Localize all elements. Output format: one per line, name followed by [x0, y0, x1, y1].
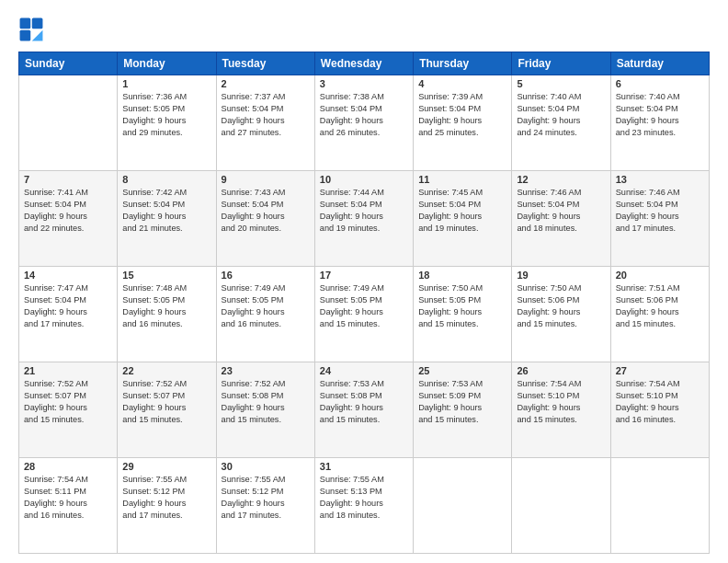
- day-number: 26: [517, 365, 605, 376]
- calendar-cell: 2Sunrise: 7:37 AM Sunset: 5:04 PM Daylig…: [216, 75, 314, 171]
- day-info: Sunrise: 7:53 AM Sunset: 5:08 PM Dayligh…: [320, 378, 408, 426]
- day-info: Sunrise: 7:55 AM Sunset: 5:12 PM Dayligh…: [222, 474, 310, 522]
- calendar-cell: 16Sunrise: 7:49 AM Sunset: 5:05 PM Dayli…: [216, 267, 314, 362]
- calendar-week: 21Sunrise: 7:52 AM Sunset: 5:07 PM Dayli…: [19, 362, 710, 458]
- day-info: Sunrise: 7:46 AM Sunset: 5:04 PM Dayligh…: [517, 187, 605, 235]
- day-number: 12: [517, 174, 605, 185]
- calendar-cell: 6Sunrise: 7:40 AM Sunset: 5:04 PM Daylig…: [610, 75, 709, 171]
- day-info: Sunrise: 7:52 AM Sunset: 5:07 PM Dayligh…: [24, 378, 112, 426]
- day-number: 8: [122, 174, 210, 185]
- calendar-cell: [610, 458, 709, 554]
- day-number: 19: [517, 270, 605, 281]
- day-info: Sunrise: 7:51 AM Sunset: 5:06 PM Dayligh…: [616, 282, 704, 330]
- day-number: 15: [122, 270, 210, 281]
- calendar-cell: 1Sunrise: 7:36 AM Sunset: 5:05 PM Daylig…: [118, 75, 216, 171]
- calendar-cell: 29Sunrise: 7:55 AM Sunset: 5:12 PM Dayli…: [118, 458, 216, 554]
- day-info: Sunrise: 7:50 AM Sunset: 5:06 PM Dayligh…: [517, 282, 605, 330]
- logo: [18, 17, 48, 42]
- calendar-cell: 19Sunrise: 7:50 AM Sunset: 5:06 PM Dayli…: [512, 267, 610, 362]
- day-number: 20: [616, 270, 704, 281]
- calendar-cell: 4Sunrise: 7:39 AM Sunset: 5:04 PM Daylig…: [414, 75, 512, 171]
- day-info: Sunrise: 7:40 AM Sunset: 5:04 PM Dayligh…: [517, 91, 605, 139]
- calendar-cell: 18Sunrise: 7:50 AM Sunset: 5:05 PM Dayli…: [414, 267, 512, 362]
- header: [18, 17, 710, 42]
- day-info: Sunrise: 7:52 AM Sunset: 5:07 PM Dayligh…: [122, 378, 210, 426]
- calendar-cell: 30Sunrise: 7:55 AM Sunset: 5:12 PM Dayli…: [216, 458, 314, 554]
- calendar-cell: [19, 75, 118, 171]
- day-info: Sunrise: 7:54 AM Sunset: 5:10 PM Dayligh…: [517, 378, 605, 426]
- day-number: 11: [418, 174, 506, 185]
- day-info: Sunrise: 7:36 AM Sunset: 5:05 PM Dayligh…: [122, 91, 210, 139]
- weekday-header: Thursday: [414, 52, 512, 75]
- calendar-cell: 26Sunrise: 7:54 AM Sunset: 5:10 PM Dayli…: [512, 362, 610, 458]
- day-number: 9: [222, 174, 310, 185]
- day-info: Sunrise: 7:53 AM Sunset: 5:09 PM Dayligh…: [418, 378, 506, 426]
- calendar-week: 7Sunrise: 7:41 AM Sunset: 5:04 PM Daylig…: [19, 171, 710, 267]
- calendar-cell: 24Sunrise: 7:53 AM Sunset: 5:08 PM Dayli…: [314, 362, 413, 458]
- day-number: 31: [320, 461, 408, 472]
- weekday-header: Saturday: [610, 52, 709, 75]
- calendar-cell: 31Sunrise: 7:55 AM Sunset: 5:13 PM Dayli…: [314, 458, 413, 554]
- day-info: Sunrise: 7:47 AM Sunset: 5:04 PM Dayligh…: [24, 282, 112, 330]
- weekday-header: Tuesday: [216, 52, 314, 75]
- calendar-cell: 10Sunrise: 7:44 AM Sunset: 5:04 PM Dayli…: [314, 171, 413, 267]
- day-info: Sunrise: 7:45 AM Sunset: 5:04 PM Dayligh…: [418, 187, 506, 235]
- day-info: Sunrise: 7:46 AM Sunset: 5:04 PM Dayligh…: [616, 187, 704, 235]
- calendar-cell: 25Sunrise: 7:53 AM Sunset: 5:09 PM Dayli…: [414, 362, 512, 458]
- day-info: Sunrise: 7:42 AM Sunset: 5:04 PM Dayligh…: [122, 187, 210, 235]
- svg-rect-0: [20, 18, 31, 29]
- day-info: Sunrise: 7:41 AM Sunset: 5:04 PM Dayligh…: [24, 187, 112, 235]
- calendar-body: 1Sunrise: 7:36 AM Sunset: 5:05 PM Daylig…: [19, 75, 710, 554]
- day-info: Sunrise: 7:44 AM Sunset: 5:04 PM Dayligh…: [320, 187, 408, 235]
- calendar-cell: 22Sunrise: 7:52 AM Sunset: 5:07 PM Dayli…: [118, 362, 216, 458]
- day-number: 23: [222, 365, 310, 376]
- calendar-cell: 28Sunrise: 7:54 AM Sunset: 5:11 PM Dayli…: [19, 458, 118, 554]
- day-number: 29: [122, 461, 210, 472]
- day-info: Sunrise: 7:49 AM Sunset: 5:05 PM Dayligh…: [320, 282, 408, 330]
- day-number: 5: [517, 78, 605, 89]
- calendar-cell: 8Sunrise: 7:42 AM Sunset: 5:04 PM Daylig…: [118, 171, 216, 267]
- day-number: 6: [616, 78, 704, 89]
- day-number: 28: [24, 461, 112, 472]
- day-number: 30: [222, 461, 310, 472]
- day-info: Sunrise: 7:38 AM Sunset: 5:04 PM Dayligh…: [320, 91, 408, 139]
- calendar-header: SundayMondayTuesdayWednesdayThursdayFrid…: [19, 52, 710, 75]
- day-info: Sunrise: 7:54 AM Sunset: 5:10 PM Dayligh…: [616, 378, 704, 426]
- calendar-cell: 12Sunrise: 7:46 AM Sunset: 5:04 PM Dayli…: [512, 171, 610, 267]
- svg-rect-2: [20, 30, 31, 41]
- day-number: 14: [24, 270, 112, 281]
- day-number: 3: [320, 78, 408, 89]
- weekday-header: Sunday: [19, 52, 118, 75]
- day-info: Sunrise: 7:55 AM Sunset: 5:12 PM Dayligh…: [122, 474, 210, 522]
- calendar-cell: 11Sunrise: 7:45 AM Sunset: 5:04 PM Dayli…: [414, 171, 512, 267]
- day-number: 21: [24, 365, 112, 376]
- day-number: 22: [122, 365, 210, 376]
- logo-icon: [18, 17, 44, 42]
- calendar-cell: 23Sunrise: 7:52 AM Sunset: 5:08 PM Dayli…: [216, 362, 314, 458]
- weekday-header: Monday: [118, 52, 216, 75]
- day-number: 16: [222, 270, 310, 281]
- day-info: Sunrise: 7:49 AM Sunset: 5:05 PM Dayligh…: [222, 282, 310, 330]
- calendar-week: 28Sunrise: 7:54 AM Sunset: 5:11 PM Dayli…: [19, 458, 710, 554]
- calendar-cell: 20Sunrise: 7:51 AM Sunset: 5:06 PM Dayli…: [610, 267, 709, 362]
- day-number: 25: [418, 365, 506, 376]
- day-number: 1: [122, 78, 210, 89]
- day-info: Sunrise: 7:39 AM Sunset: 5:04 PM Dayligh…: [418, 91, 506, 139]
- svg-marker-3: [32, 30, 43, 41]
- calendar-cell: [414, 458, 512, 554]
- calendar-cell: 7Sunrise: 7:41 AM Sunset: 5:04 PM Daylig…: [19, 171, 118, 267]
- day-info: Sunrise: 7:48 AM Sunset: 5:05 PM Dayligh…: [122, 282, 210, 330]
- day-number: 13: [616, 174, 704, 185]
- calendar-cell: 14Sunrise: 7:47 AM Sunset: 5:04 PM Dayli…: [19, 267, 118, 362]
- calendar-cell: 9Sunrise: 7:43 AM Sunset: 5:04 PM Daylig…: [216, 171, 314, 267]
- calendar-cell: 3Sunrise: 7:38 AM Sunset: 5:04 PM Daylig…: [314, 75, 413, 171]
- calendar-week: 14Sunrise: 7:47 AM Sunset: 5:04 PM Dayli…: [19, 267, 710, 362]
- calendar-cell: 15Sunrise: 7:48 AM Sunset: 5:05 PM Dayli…: [118, 267, 216, 362]
- day-number: 2: [222, 78, 310, 89]
- calendar-cell: 21Sunrise: 7:52 AM Sunset: 5:07 PM Dayli…: [19, 362, 118, 458]
- calendar-week: 1Sunrise: 7:36 AM Sunset: 5:05 PM Daylig…: [19, 75, 710, 171]
- day-info: Sunrise: 7:50 AM Sunset: 5:05 PM Dayligh…: [418, 282, 506, 330]
- day-info: Sunrise: 7:40 AM Sunset: 5:04 PM Dayligh…: [616, 91, 704, 139]
- svg-rect-1: [32, 18, 43, 29]
- calendar-cell: [512, 458, 610, 554]
